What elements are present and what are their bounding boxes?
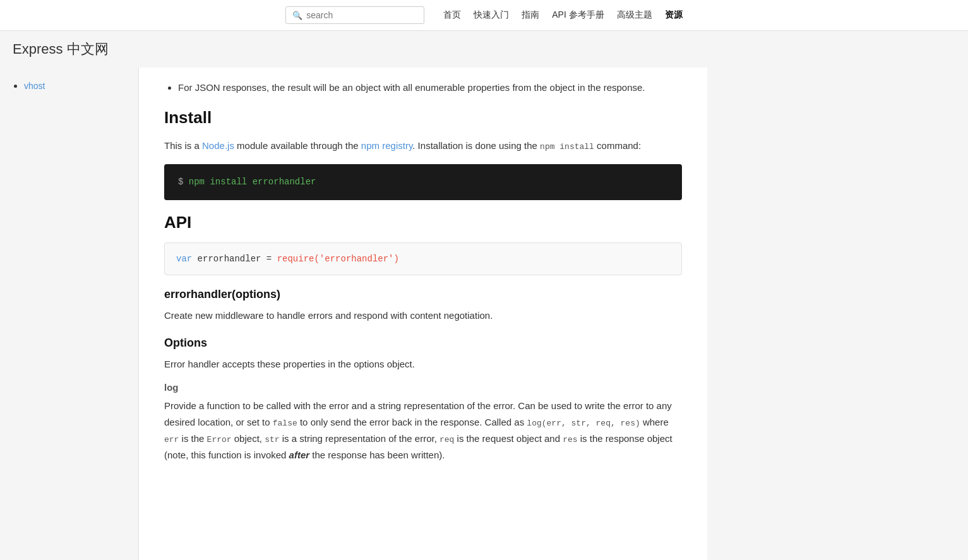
page-layout: vhost For JSON responses, the result wil…	[0, 68, 968, 560]
package-name: errorhandler	[253, 177, 316, 187]
log-text-end: the response has been written).	[309, 450, 445, 460]
log-res-code: res	[563, 435, 577, 444]
dollar-sign: $	[178, 177, 189, 187]
install-para: This is a Node.js module available throu…	[164, 138, 682, 154]
npm-install-inline: npm install	[540, 142, 594, 152]
fn-desc: Create new middleware to handle errors a…	[164, 307, 682, 324]
require-arg: ('errorhandler')	[314, 254, 398, 264]
search-input[interactable]	[306, 10, 417, 20]
sidebar-list: vhost	[13, 80, 126, 91]
top-bullet-item: For JSON responses, the result will be a…	[178, 80, 682, 95]
require-fn: require	[277, 254, 314, 264]
nav-api-ref[interactable]: API 参考手册	[552, 9, 604, 21]
install-text-prefix: This is a	[164, 140, 202, 151]
log-req-code: req	[439, 435, 454, 444]
install-keyword: install	[210, 177, 252, 187]
log-str-code: str	[265, 435, 279, 444]
options-heading: Options	[164, 337, 682, 350]
site-brand: Express 中文网	[0, 31, 968, 68]
brand-title: Express 中文网	[13, 41, 109, 57]
install-command-block: $ npm install errorhandler	[164, 164, 682, 200]
var-name: errorhandler	[192, 254, 266, 264]
npm-keyword: npm	[189, 177, 210, 187]
log-label: log	[164, 382, 682, 393]
log-false-code: false	[273, 419, 297, 428]
log-para: Provide a function to be called with the…	[164, 398, 682, 463]
npm-registry-link[interactable]: npm registry	[361, 140, 412, 151]
log-text-4: is the	[179, 433, 206, 444]
nav-home[interactable]: 首页	[443, 9, 461, 21]
install-heading: Install	[164, 108, 682, 128]
options-desc: Error handler accepts these properties i…	[164, 356, 682, 372]
main-content: For JSON responses, the result will be a…	[139, 68, 707, 560]
install-text-mid: module available through the	[234, 140, 361, 151]
install-text-suffix1: . Installation is done using the	[412, 140, 540, 151]
install-text-suffix2: command:	[594, 140, 641, 151]
sidebar: vhost	[0, 68, 139, 560]
nav-links: 首页 快速入门 指南 API 参考手册 高级主题 资源	[443, 9, 682, 21]
api-heading: API	[164, 213, 682, 232]
api-code-block: var errorhandler = require('errorhandler…	[164, 242, 682, 275]
list-item: vhost	[24, 80, 126, 91]
nav-advanced[interactable]: 高级主题	[617, 9, 652, 21]
errorhandler-fn-heading: errorhandler(options)	[164, 288, 682, 301]
search-box[interactable]: 🔍	[285, 6, 424, 24]
log-err-code: err	[164, 435, 179, 444]
log-call-code: log(err, str, req, res)	[527, 419, 640, 428]
nav-resources[interactable]: 资源	[665, 9, 683, 21]
top-navigation: 🔍 首页 快速入门 指南 API 参考手册 高级主题 资源	[0, 0, 968, 31]
log-text-7: is the request object and	[454, 433, 563, 444]
log-text-5: object,	[232, 433, 265, 444]
equals-sign: =	[266, 254, 277, 264]
log-after-bold: after	[289, 450, 310, 460]
log-error-code: Error	[207, 435, 232, 444]
top-bullet-section: For JSON responses, the result will be a…	[164, 80, 682, 95]
nav-quickstart[interactable]: 快速入门	[474, 9, 509, 21]
log-text-6: is a string representation of the error,	[280, 433, 439, 444]
nav-guide[interactable]: 指南	[522, 9, 539, 21]
sidebar-item-vhost[interactable]: vhost	[24, 81, 45, 91]
log-text-2: to only send the error back in the respo…	[297, 417, 527, 427]
nodejs-link[interactable]: Node.js	[202, 140, 234, 151]
search-icon: 🔍	[292, 11, 302, 20]
var-keyword: var	[176, 254, 192, 264]
log-text-3: where	[640, 417, 669, 427]
